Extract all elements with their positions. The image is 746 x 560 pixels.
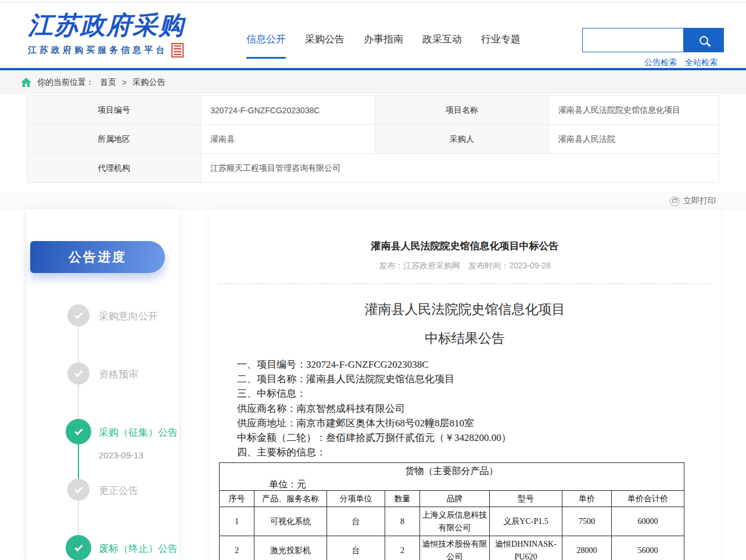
paragraph-supplier-address: 供应商地址：南京市建邺区奥体大街68号02幢8层810室 <box>237 416 697 430</box>
sidebar-step-termination[interactable]: 废标（终止）公告 <box>99 542 178 555</box>
info-value-project-number: 320724-F-GNZFCG2023038C <box>201 96 375 125</box>
table-row: 2 激光投影机 台 2 迪恒技术股份有限公司 迪恒DHNINASK-PU620 … <box>220 536 684 560</box>
cell-unit-price: 28000 <box>562 536 612 560</box>
sidebar-step-correction: 更正公告 <box>99 484 138 497</box>
sidebar-step-prequalification: 资格预审 <box>99 368 138 381</box>
cell-model: 迪恒DHNINASK-PU620 <box>490 536 562 560</box>
paragraph-main-subject: 四、主要标的信息： <box>237 445 697 460</box>
paragraph-award-info: 三、中标信息： <box>237 386 697 401</box>
cell-brand: 上海义辰信息科技有限公司 <box>420 507 490 536</box>
step-date: 2023-09-13 <box>99 450 144 460</box>
col-header-quantity: 数量 <box>385 491 420 507</box>
cell-product: 可视化系统 <box>254 507 327 536</box>
check-icon <box>74 427 83 435</box>
home-icon[interactable] <box>21 78 31 87</box>
cell-model: 义辰YC-P1.5 <box>490 507 562 536</box>
cell-seq: 1 <box>220 507 254 536</box>
info-value-agency: 江苏顺天工程项目管理咨询有限公司 <box>201 154 719 183</box>
breadcrumb-prefix: 你的当前位置： <box>37 77 94 88</box>
info-value-region: 灌南县 <box>201 125 375 154</box>
search-icon <box>700 36 708 45</box>
col-header-unit: 分项单位 <box>327 491 385 507</box>
goods-table-unit: 单位：元 <box>220 478 684 490</box>
table-row: 1 可视化系统 台 8 上海义辰信息科技有限公司 义辰YC-P1.5 7500 … <box>220 507 684 536</box>
article-publisher: 发布：江苏政府采购网 <box>379 261 460 271</box>
breadcrumb-home[interactable]: 首页 <box>100 77 116 88</box>
cell-unit: 台 <box>327 507 385 536</box>
paragraph-project-name: 二、项目名称：灌南县人民法院院史馆信息化项目 <box>237 372 697 386</box>
col-header-brand: 品牌 <box>420 491 490 507</box>
nav-item-procurement-notices[interactable]: 采购公告 <box>305 33 345 59</box>
search-button[interactable] <box>683 28 724 52</box>
step-circle-prequalification <box>67 362 89 385</box>
goods-table: 货物（主要部分产品） 单位：元 序号 产品、服务名称 分项单位 数量 品牌 型号… <box>219 462 684 560</box>
breadcrumb-separator: > <box>122 78 127 87</box>
cell-quantity: 8 <box>385 507 420 536</box>
link-site-search[interactable]: 全站检索 <box>685 58 718 68</box>
site-header: 江苏政府采购 江苏政府购买服务信息平台 信息公开 采购公告 办事指南 政采互动 … <box>0 2 746 68</box>
info-label-purchaser: 采购人 <box>375 125 549 154</box>
step-circle-correction <box>67 479 89 501</box>
announcement-progress-sidebar: 公告进度 采购意向公开 资格预审 采购（征集）公告 2023-09-13 更正公… <box>27 209 179 560</box>
col-header-total-price: 单价合计价 <box>612 491 684 507</box>
check-icon <box>74 485 83 493</box>
sidebar-step-intent: 采购意向公开 <box>99 310 158 323</box>
page-title: 灌南县人民法院院史馆信息化项目中标公告 <box>209 239 720 253</box>
table-row: 项目编号 320724-F-GNZFCG2023038C 项目名称 灌南县人民法… <box>27 96 719 125</box>
print-icon <box>670 196 680 206</box>
nav-item-service-guide[interactable]: 办事指南 <box>364 33 403 59</box>
logo-title: 江苏政府采购 <box>28 9 185 41</box>
paragraph-project-number: 一、项目编号：320724-F-GNZFCG2023038C <box>237 357 697 372</box>
step-circle-procurement-notice <box>66 419 91 444</box>
col-header-product: 产品、服务名称 <box>254 491 327 507</box>
paragraph-supplier-name: 供应商名称：南京智然成科技有限公司 <box>237 401 697 416</box>
toolbar-strip <box>0 192 746 210</box>
print-label: 立即打印 <box>683 196 716 206</box>
step-circle-termination <box>66 535 91 560</box>
table-row: 代理机构 江苏顺天工程项目管理咨询有限公司 <box>27 154 719 183</box>
logo-subtitle: 江苏政府购买服务信息平台 <box>28 45 167 56</box>
breadcrumb: 你的当前位置： 首页 > 采购公告 <box>0 70 746 94</box>
info-label-region: 所属地区 <box>27 125 201 154</box>
cell-product: 激光投影机 <box>254 536 327 560</box>
info-value-project-name: 灌南县人民法院院史馆信息化项目 <box>549 96 719 125</box>
check-icon <box>74 311 83 319</box>
nav-item-industry-topics[interactable]: 行业专题 <box>481 33 521 59</box>
table-header-row: 序号 产品、服务名称 分项单位 数量 品牌 型号 单价 单价合计价 <box>220 491 684 507</box>
check-icon <box>74 543 83 551</box>
cell-brand: 迪恒技术股份有限公司 <box>420 536 490 560</box>
search-input[interactable] <box>582 28 683 52</box>
paragraph-award-amount: 中标金额（二轮）：叁佰肆拾贰万捌仟贰佰元（￥3428200.00） <box>237 430 697 445</box>
info-value-purchaser: 灌南县人民法院 <box>549 125 719 154</box>
col-header-unit-price: 单价 <box>562 491 612 507</box>
article-meta: 发布：江苏政府采购网 发布时间：2023-09-28 <box>209 261 720 271</box>
site-logo[interactable]: 江苏政府采购 江苏政府购买服务信息平台 <box>28 9 185 58</box>
nav-item-info-disclosure[interactable]: 信息公开 <box>246 33 286 59</box>
check-icon <box>74 369 83 377</box>
project-info-table: 项目编号 320724-F-GNZFCG2023038C 项目名称 灌南县人民法… <box>27 95 719 183</box>
print-button[interactable]: 立即打印 <box>670 196 716 206</box>
info-label-project-number: 项目编号 <box>27 96 201 125</box>
content-section: 立即打印 公告进度 采购意向公开 资格预审 采购（征集）公告 2023-09-1… <box>0 183 746 560</box>
main-nav: 信息公开 采购公告 办事指南 政采互动 行业专题 <box>246 33 521 59</box>
logo-seal-icon <box>171 43 184 58</box>
nav-item-interaction[interactable]: 政采互动 <box>422 33 462 59</box>
document-title-line2: 中标结果公告 <box>209 329 720 347</box>
info-label-project-name: 项目名称 <box>375 96 549 125</box>
step-circle-intent <box>67 304 89 326</box>
breadcrumb-current[interactable]: 采购公告 <box>132 77 165 88</box>
cell-unit: 台 <box>327 536 385 560</box>
goods-table-title: 货物（主要部分产品） <box>220 464 684 478</box>
cell-total-price: 56000 <box>612 536 684 560</box>
search-area: 公告检索 全站检索 <box>582 28 724 68</box>
sidebar-step-procurement-notice[interactable]: 采购（征集）公告 <box>99 426 178 439</box>
table-row: 所属地区 灌南县 采购人 灌南县人民法院 <box>27 125 719 154</box>
table-caption-row: 货物（主要部分产品） 单位：元 <box>220 463 684 491</box>
article-publish-time: 发布时间：2023-09-28 <box>468 261 551 271</box>
info-label-agency: 代理机构 <box>27 154 201 183</box>
link-notice-search[interactable]: 公告检索 <box>644 58 677 68</box>
article-divider <box>218 283 711 284</box>
col-header-seq: 序号 <box>220 491 254 507</box>
cell-seq: 2 <box>220 536 254 560</box>
announcement-article: 灌南县人民法院院史馆信息化项目中标公告 发布：江苏政府采购网 发布时间：2023… <box>209 209 720 560</box>
